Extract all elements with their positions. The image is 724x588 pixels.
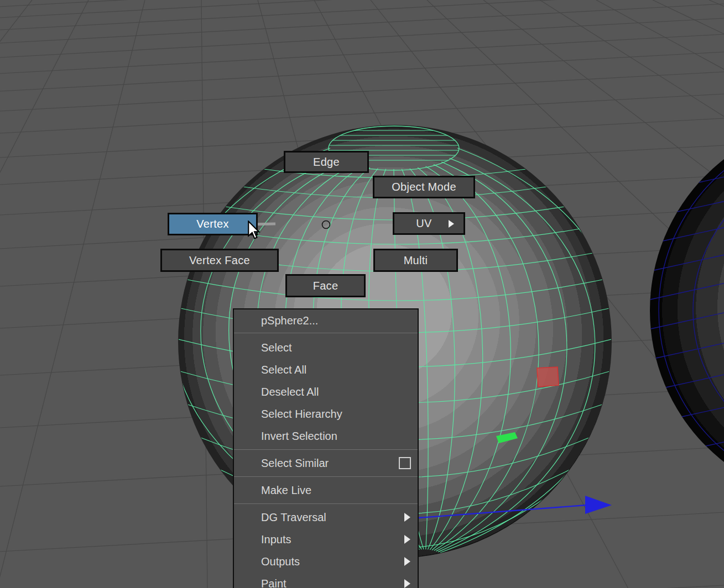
menu-separator <box>234 503 418 504</box>
marking-menu-label: Object Mode <box>392 181 456 193</box>
menu-item-invert-selection[interactable]: Invert Selection <box>234 425 418 447</box>
menu-item-label: Inputs <box>261 533 291 546</box>
marking-menu-item-uv[interactable]: UV <box>393 212 465 235</box>
menu-item-label: Paint <box>261 578 287 588</box>
submenu-arrow-icon <box>449 220 454 228</box>
menu-item-make-live[interactable]: Make Live <box>234 479 418 501</box>
context-menu: pSphere2... Select Select All Deselect A… <box>233 308 419 588</box>
menu-item-outputs[interactable]: Outputs <box>234 550 418 573</box>
submenu-arrow-icon <box>404 513 410 522</box>
marking-menu-label: Edge <box>313 156 340 169</box>
face-highlight-red[interactable] <box>537 367 559 387</box>
marking-menu-label: Multi <box>404 254 428 267</box>
menu-item-dg-traversal[interactable]: DG Traversal <box>234 506 418 528</box>
submenu-arrow-icon <box>404 535 410 544</box>
menu-item-select-hierarchy[interactable]: Select Hierarchy <box>234 403 418 425</box>
marking-menu-item-vertex-face[interactable]: Vertex Face <box>160 249 279 272</box>
menu-separator <box>234 333 418 333</box>
marking-menu-item-face[interactable]: Face <box>285 274 366 297</box>
menu-item-select-similar[interactable]: Select Similar <box>234 452 418 474</box>
marking-menu-label: Vertex <box>196 218 229 230</box>
menu-item-select-all[interactable]: Select All <box>234 359 418 381</box>
context-menu-title: pSphere2... <box>234 309 418 332</box>
maya-viewport[interactable]: Edge Object Mode UV Vertex Vertex Face M… <box>0 0 724 588</box>
menu-item-inputs[interactable]: Inputs <box>234 528 418 550</box>
menu-item-label: DG Traversal <box>261 511 326 524</box>
submenu-arrow-icon <box>404 557 410 566</box>
option-box-icon[interactable] <box>399 457 411 469</box>
menu-item-select[interactable]: Select <box>234 337 418 359</box>
marking-menu-label: UV <box>416 217 431 230</box>
marking-menu-item-vertex[interactable]: Vertex <box>168 213 258 235</box>
unselected-sphere[interactable] <box>650 119 724 502</box>
marking-menu-label: Vertex Face <box>189 254 250 267</box>
menu-item-label: Select Similar <box>261 457 329 470</box>
menu-separator <box>234 449 418 450</box>
menu-item-deselect-all[interactable]: Deselect All <box>234 381 418 403</box>
menu-separator <box>234 476 418 477</box>
marking-menu-item-object-mode[interactable]: Object Mode <box>373 176 475 198</box>
menu-item-paint[interactable]: Paint <box>234 573 418 588</box>
marking-menu-item-multi[interactable]: Multi <box>373 249 458 272</box>
menu-item-label: Outputs <box>261 555 300 568</box>
marking-menu-item-edge[interactable]: Edge <box>284 151 369 173</box>
marking-menu-label: Face <box>313 280 338 292</box>
submenu-arrow-icon <box>404 579 410 588</box>
mouse-cursor <box>247 221 264 240</box>
